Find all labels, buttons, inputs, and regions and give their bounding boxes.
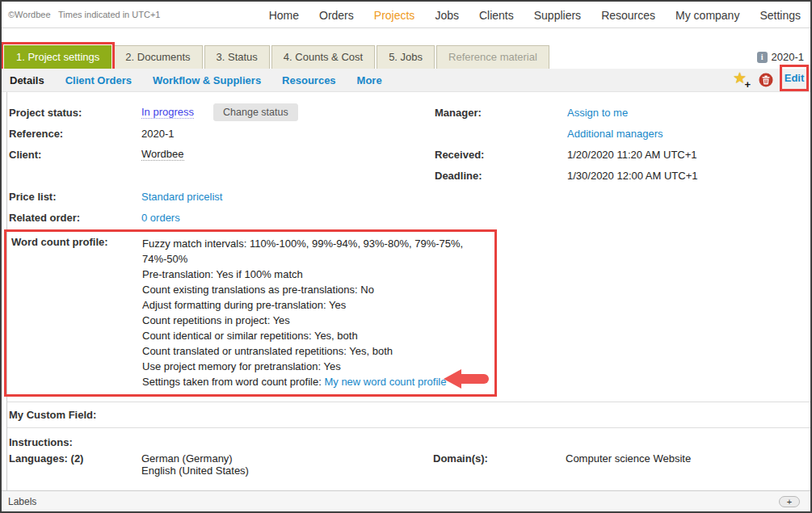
subnav-more[interactable]: More — [357, 74, 382, 86]
tab-documents[interactable]: 2. Documents — [113, 45, 202, 69]
delete-trash-icon[interactable] — [759, 73, 773, 87]
nav-clients[interactable]: Clients — [479, 9, 514, 22]
field-label: Price list: — [9, 191, 141, 203]
language-item: German (Germany) — [141, 452, 249, 465]
word-count-profile-highlight-box: Word count profile: Fuzzy match interval… — [4, 229, 497, 397]
field-label: Reference: — [9, 128, 141, 140]
labels-bar: Labels + — [2, 490, 810, 511]
tab-counts-cost[interactable]: 4. Counts & Cost — [271, 45, 375, 69]
nav-home[interactable]: Home — [269, 9, 299, 22]
field-label: Project status: — [9, 107, 141, 119]
field-label: Deadline: — [435, 170, 567, 182]
wcp-settings-line: Settings taken from word count profile: … — [142, 374, 494, 389]
spacer-row — [7, 165, 433, 186]
change-status-button[interactable]: Change status — [213, 103, 298, 121]
favorite-star-icon[interactable]: ★ + — [733, 72, 749, 88]
deadline-value: 1/30/2020 12:00 AM UTC+1 — [567, 170, 698, 182]
timezone-note: Times indicated in UTC+1 — [58, 10, 160, 19]
field-deadline: Deadline: 1/30/2020 12:00 AM UTC+1 — [433, 165, 810, 186]
subnav-resources[interactable]: Resources — [282, 74, 335, 86]
domains-value: Computer science Website — [566, 452, 691, 477]
project-reference-badge: i 2020-1 — [757, 51, 804, 63]
nav-suppliers[interactable]: Suppliers — [534, 9, 581, 22]
reference-value: 2020-1 — [141, 128, 174, 140]
field-languages: Languages: (2) German (Germany) English … — [7, 452, 433, 477]
field-reference: Reference: 2020-1 — [7, 123, 433, 144]
field-domains: Domain(s): Computer science Website — [433, 452, 810, 477]
subnav-workflow-suppliers[interactable]: Workflow & Suppliers — [153, 74, 261, 86]
wcp-line: Count existing translations as pre-trans… — [142, 282, 494, 297]
project-reference-text: 2020-1 — [772, 51, 804, 63]
nav-orders[interactable]: Orders — [319, 9, 354, 22]
project-tabs: 1. Project settings 2. Documents 3. Stat… — [4, 45, 549, 69]
nav-projects[interactable]: Projects — [374, 9, 415, 22]
info-icon[interactable]: i — [757, 52, 768, 63]
edit-highlight-box: Edit — [780, 65, 809, 91]
languages-domains-row: Languages: (2) German (Germany) English … — [7, 452, 810, 477]
languages-values: German (Germany) English (United States) — [141, 452, 249, 477]
nav-my-company[interactable]: My company — [675, 9, 739, 22]
subnav-details[interactable]: Details — [10, 74, 44, 86]
tab-reference-material[interactable]: Reference material — [436, 45, 549, 69]
project-tab-row: 1. Project settings 2. Documents 3. Stat… — [2, 28, 810, 69]
brand-text: ©Wordbee — [8, 10, 51, 19]
details-panel: Project status: In progress Change statu… — [6, 92, 810, 513]
field-received: Received: 1/20/2020 11:20 AM UTC+1 — [433, 144, 810, 165]
custom-field-section: My Custom Field: — [7, 402, 810, 428]
nav-settings[interactable]: Settings — [759, 9, 801, 22]
nav-jobs[interactable]: Jobs — [435, 9, 459, 22]
wcp-line: Pre-translation: Yes if 100% match — [142, 267, 494, 282]
wcp-line: Count translated or untranslated repetit… — [142, 343, 494, 359]
wcp-line: Count identical or similar repetitions: … — [142, 328, 494, 343]
client-link[interactable]: Wordbee — [141, 148, 184, 161]
field-manager: Manager: Assign to me — [433, 102, 810, 123]
wcp-line: Adjust formatting during pre-translation… — [142, 297, 494, 313]
field-label: Related order: — [9, 212, 141, 224]
field-label: Received: — [435, 149, 567, 161]
price-list-link[interactable]: Standard pricelist — [141, 191, 222, 203]
field-label: Languages: (2) — [9, 452, 141, 477]
assign-to-me-link[interactable]: Assign to me — [567, 107, 628, 119]
subnav-items: Details Client Orders Workflow & Supplie… — [2, 74, 382, 86]
field-label: Domain(s): — [433, 452, 566, 477]
details-right-column: Manager: Assign to me Additional manager… — [433, 102, 810, 228]
related-order-link[interactable]: 0 orders — [141, 212, 180, 224]
word-count-profile-label: Word count profile: — [6, 236, 142, 389]
nav-resources[interactable]: Resources — [601, 9, 655, 22]
add-label-button[interactable]: + — [779, 496, 800, 507]
tab-jobs[interactable]: 5. Jobs — [377, 45, 435, 69]
field-related-order: Related order: 0 orders — [7, 207, 433, 228]
wcp-line: Fuzzy match intervals: 110%-100%, 99%-94… — [142, 236, 494, 267]
wcp-line: Count repetitions in project: Yes — [142, 313, 494, 328]
word-count-profile-link[interactable]: My new word count profile — [324, 376, 446, 388]
labels-title: Labels — [2, 496, 36, 507]
tab-project-settings[interactable]: 1. Project settings — [4, 45, 111, 69]
main-nav: Home Orders Projects Jobs Clients Suppli… — [269, 2, 801, 28]
field-instructions: Instructions: — [7, 431, 810, 452]
tab-status[interactable]: 3. Status — [204, 45, 270, 69]
additional-managers-link[interactable]: Additional managers — [567, 128, 663, 140]
language-item: English (United States) — [141, 465, 249, 477]
wcp-line: Use project memory for pretranslation: Y… — [142, 359, 494, 374]
custom-field-label: My Custom Field: — [9, 409, 96, 421]
field-label: Manager: — [435, 107, 567, 119]
field-client: Client: Wordbee — [7, 144, 433, 165]
field-project-status: Project status: In progress Change statu… — [7, 102, 433, 123]
field-label: Instructions: — [9, 436, 141, 448]
edit-button[interactable]: Edit — [785, 72, 805, 84]
field-label: Client: — [9, 149, 141, 161]
word-count-profile-lines: Fuzzy match intervals: 110%-100%, 99%-94… — [142, 236, 494, 389]
details-subnav: Details Client Orders Workflow & Supplie… — [2, 69, 810, 92]
field-price-list: Price list: Standard pricelist — [7, 186, 433, 207]
details-left-column: Project status: In progress Change statu… — [7, 102, 433, 228]
subnav-client-orders[interactable]: Client Orders — [65, 74, 132, 86]
received-value: 1/20/2020 11:20 AM UTC+1 — [567, 149, 697, 161]
project-status-link[interactable]: In progress — [141, 106, 194, 119]
top-bar: ©Wordbee Times indicated in UTC+1 Home O… — [2, 2, 810, 28]
field-additional-managers: Additional managers — [433, 123, 810, 144]
wordbee-project-settings-page: ©Wordbee Times indicated in UTC+1 Home O… — [0, 0, 812, 513]
